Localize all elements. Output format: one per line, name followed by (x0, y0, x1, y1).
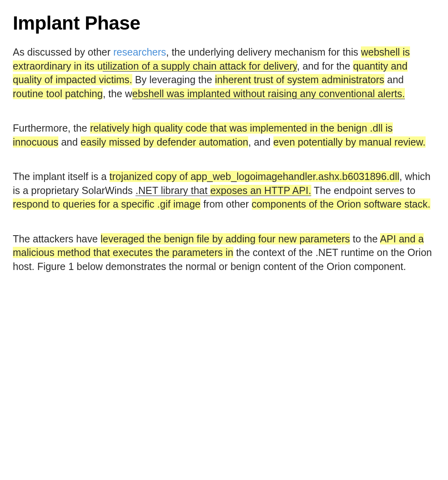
highlight: respond to queries for a specific .gif i… (13, 198, 201, 210)
text-segment: The endpoint serves to (311, 185, 416, 196)
researchers-link[interactable]: researchers (113, 46, 166, 58)
highlight-underline: exposes an HTTP API. (210, 185, 311, 196)
paragraph-3: The implant itself is a trojanized copy … (13, 170, 435, 211)
text-segment: , and (248, 136, 273, 148)
text-segment: Furthermore, the (13, 122, 90, 134)
text-segment: from other (201, 198, 252, 210)
paragraph-2: Furthermore, the relatively high quality… (13, 121, 435, 149)
highlight: inherent trust of system administrators (215, 74, 384, 85)
section-title: Implant Phase (13, 12, 435, 34)
underline: .NET library that (135, 185, 210, 196)
text-segment: , and for the (297, 60, 353, 72)
text-segment: , the underlying delivery mechanism for … (166, 46, 361, 58)
text-segment: and (58, 136, 81, 148)
paragraph-4: The attackers have leveraged the benign … (13, 232, 435, 274)
text-segment: and (384, 74, 404, 85)
underline: ebshell was implanted without raising an… (132, 88, 405, 99)
highlight: easily missed by defender automation (81, 136, 249, 148)
text-segment: As discussed by other (13, 46, 113, 58)
highlight: routine tool patching (13, 88, 103, 99)
highlight: leveraged the benign file by adding four… (101, 233, 350, 244)
text-segment: The attackers have (13, 233, 101, 244)
highlight: trojanized copy of app_web_logoimagehand… (110, 171, 400, 182)
highlight-underline: tilization of a supply chain attack for … (103, 60, 297, 72)
highlight: even potentially by manual review. (273, 136, 426, 148)
text-segment: By leveraging the (132, 74, 215, 85)
paragraph-1: As discussed by other researchers, the u… (13, 45, 435, 100)
text-segment: The implant itself is a (13, 171, 110, 182)
text-segment: , the w (103, 88, 132, 99)
underline: tilization of a supply chain attack for … (103, 60, 297, 72)
text-segment: to the (350, 233, 380, 244)
highlight: components of the Orion software stack. (252, 198, 430, 210)
underline: exposes an HTTP API. (210, 185, 311, 196)
highlight-underline: ebshell was implanted without raising an… (132, 88, 405, 99)
